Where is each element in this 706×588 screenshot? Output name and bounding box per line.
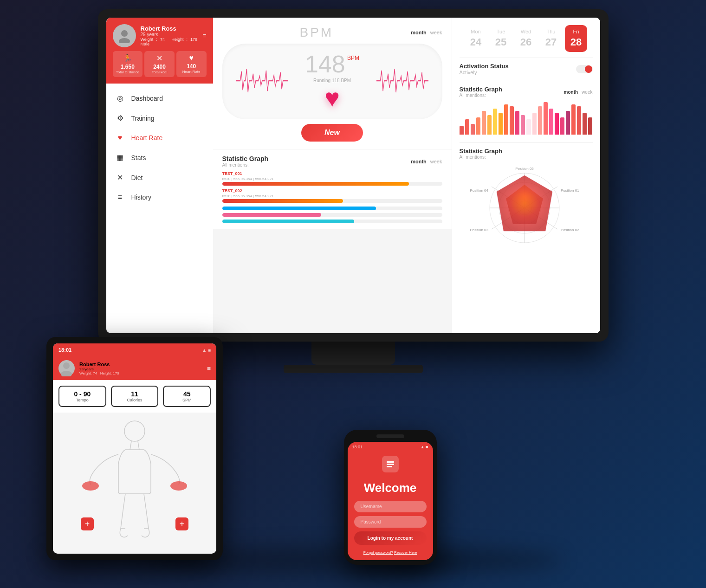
bpm-unit: BPM (347, 55, 359, 61)
weight-label: Weight (141, 37, 154, 42)
forgot-text: Forgot password? (363, 550, 393, 555)
bar-14 (538, 106, 542, 135)
nav-dashboard[interactable]: ◎ Dashboard (106, 88, 213, 108)
svg-rect-25 (387, 464, 394, 465)
cal-mon[interactable]: Mon 24 (465, 25, 487, 52)
forgot-password[interactable]: Forgot password? Recover Here (348, 548, 433, 560)
calendar: Mon 24 Tue 25 Wed 26 Thu (460, 25, 593, 52)
login-button[interactable]: Login to my account (354, 531, 427, 545)
bar-17 (555, 113, 559, 135)
nav-diet-label: Diet (131, 174, 143, 181)
username-input[interactable]: Username (354, 501, 427, 512)
phone-time: 18:01 (352, 445, 363, 449)
bar-18 (560, 117, 564, 135)
bar-label-2: TEST_002 (222, 188, 442, 193)
sg1-toggle-month[interactable]: month (564, 90, 578, 95)
stats-toggle-month[interactable]: month (411, 159, 427, 164)
bar-5 (487, 115, 492, 135)
workout-metrics: 0 - 90 Tempo 11 Calories 45 SPM (53, 380, 216, 413)
stat-graph-2: Statistic Graph All mentions: (460, 142, 593, 254)
radar-chart-container: Position 05 Position 01 Position 02 Posi… (460, 162, 593, 254)
kcal-val: 2400 (146, 64, 173, 70)
calories-label: Calories (116, 398, 154, 402)
plus-btn-right[interactable]: + (175, 517, 188, 530)
bar-10 (515, 111, 519, 135)
progress-row-3 (222, 206, 442, 210)
menu-icon[interactable]: ≡ (202, 32, 206, 39)
stats-toggle-week[interactable]: week (430, 159, 442, 164)
app-logo (382, 456, 399, 472)
bar-0 (460, 126, 464, 135)
scene: Robert Ross 29 years Weight: 74 Height: … (0, 0, 706, 588)
tempo-val: 0 - 90 (63, 390, 102, 398)
bpm-toggle-week[interactable]: week (430, 30, 442, 35)
bar-16 (549, 109, 553, 135)
recover-link[interactable]: Recover Here (394, 550, 417, 555)
progress-row-4 (222, 213, 442, 217)
svg-point-22 (82, 481, 99, 491)
svg-point-17 (63, 362, 70, 369)
workout-spm: 45 SPM (163, 386, 211, 407)
profile-name: Robert Ross (141, 25, 197, 32)
sg1-toggle-week[interactable]: week (582, 90, 592, 95)
cal-thu[interactable]: Thu 27 (540, 25, 562, 52)
nav-heartrate[interactable]: ♥ Heart Rate (106, 128, 213, 148)
metric-kcal: ✕ 2400 Total kcal (144, 51, 175, 77)
stat-graph-1-title: Statistic Graph (460, 86, 502, 93)
progress-row-5 (222, 220, 442, 223)
right-wave (376, 67, 428, 97)
tempo-label: Tempo (63, 398, 102, 402)
running-text: Running 118 BPM (302, 78, 363, 83)
profile-stats: Weight: 74 Height: 179 (141, 37, 197, 42)
bpm-toggle-month[interactable]: month (411, 30, 427, 35)
svg-line-21 (138, 441, 139, 450)
training-icon: ⚙ (116, 114, 125, 123)
tablet-profile-name: Robert Ross (79, 362, 202, 367)
bar-4 (482, 111, 486, 135)
nav-history[interactable]: ≡ History (106, 187, 213, 207)
bar-chart (460, 100, 593, 137)
bar-3 (476, 117, 480, 135)
main-content: BPM month week (213, 18, 452, 333)
diet-icon: ✕ (116, 173, 125, 182)
nav-dashboard-label: Dashboard (131, 95, 163, 102)
toggle-dot (585, 65, 592, 73)
bpm-title: BPM (300, 25, 334, 40)
bar-22 (583, 113, 587, 135)
stat-graph-1-subtitle: All mentions: (460, 93, 502, 98)
progress-row-1: TEST_001 8520 | 565.96.354 | 556.54.221 (222, 171, 442, 186)
new-button[interactable]: New (301, 124, 363, 142)
phone-signal-icon: ▲ ■ (421, 445, 428, 449)
nav-stats-label: Stats (131, 154, 146, 162)
password-input[interactable]: Password (354, 516, 427, 528)
nav-training[interactable]: ⚙ Training (106, 108, 213, 128)
bar-9 (510, 106, 514, 135)
bar-8 (504, 104, 508, 135)
metric-heartrate: ♥ 140 Heart Rate (176, 51, 207, 77)
activation-status: Actively (460, 70, 509, 75)
toggle-switch[interactable] (576, 65, 593, 73)
monitor-frame: Robert Ross 29 years Weight: 74 Height: … (98, 9, 609, 342)
nav-training-label: Training (131, 115, 155, 122)
profile-age: 29 years (141, 32, 197, 37)
profile-metrics: 🏃 1.650 Total Distance ✕ 2400 Total kcal… (113, 51, 207, 77)
body-diagram: + + (53, 413, 216, 554)
svg-point-0 (121, 30, 128, 37)
monitor-stand (311, 342, 395, 365)
progress-row-2: TEST_002 8520 | 565.96.354 | 556.54.221 (222, 188, 442, 203)
tablet-menu-icon[interactable]: ≡ (207, 365, 211, 372)
cal-tue[interactable]: Tue 25 (490, 25, 512, 52)
phone: 18:01 ▲ ■ Welcome Username Password Logi… (344, 430, 437, 565)
cal-fri[interactable]: Fri 28 (565, 25, 587, 52)
sidebar: Robert Ross 29 years Weight: 74 Height: … (106, 18, 213, 333)
bpm-section: BPM month week (213, 18, 452, 149)
nav-stats[interactable]: ▦ Stats (106, 148, 213, 168)
kcal-label: Total kcal (146, 70, 173, 74)
dashboard-icon: ◎ (116, 94, 125, 103)
nav-diet[interactable]: ✕ Diet (106, 168, 213, 187)
tablet-time: 18:01 (58, 347, 71, 353)
cal-wed[interactable]: Wed 26 (515, 25, 537, 52)
heartrate-label: Heart Rate (178, 70, 205, 74)
plus-btn-left[interactable]: + (81, 517, 94, 530)
spm-label: SPM (168, 398, 206, 402)
